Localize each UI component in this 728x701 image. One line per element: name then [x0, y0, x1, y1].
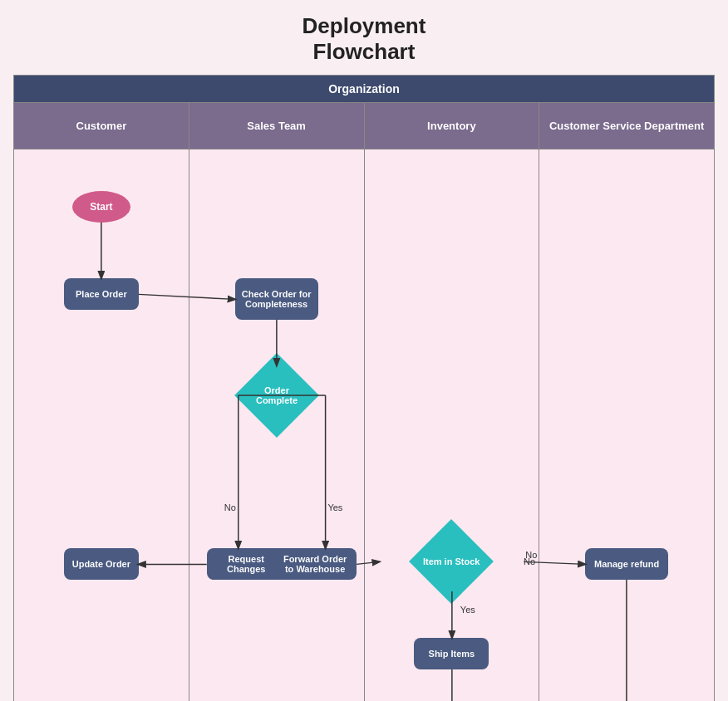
page-title: DeploymentFlowchart — [13, 13, 715, 65]
col-csd: Customer Service Department Manage refun… — [539, 103, 714, 701]
node-item-in-stock: Item in Stock — [409, 519, 494, 604]
arrows-inventory — [365, 150, 539, 701]
col-header-csd: Customer Service Department — [539, 103, 714, 150]
arrows-csd — [539, 150, 714, 701]
label-no-2: No — [524, 556, 535, 566]
col-customer: Customer Start Place Order Update Order — [14, 103, 189, 701]
col-body-sales: Check Order for Completeness Order Compl… — [189, 150, 364, 701]
node-manage-refund: Manage refund — [585, 548, 668, 580]
columns: Customer Start Place Order Update Order — [14, 102, 714, 701]
col-header-sales: Sales Team — [189, 103, 364, 150]
col-sales: Sales Team Check Order for Completeness … — [189, 103, 365, 701]
chart-outer: Organization Customer Start Place Order — [13, 75, 715, 701]
col-header-customer: Customer — [14, 103, 189, 150]
node-update-order: Update Order — [64, 548, 139, 580]
col-body-inventory: Item in Stock Ship Items Order Complete … — [365, 150, 539, 701]
arrows-customer — [14, 150, 189, 701]
col-header-inventory: Inventory — [365, 103, 539, 150]
node-start: Start — [72, 191, 130, 223]
org-header: Organization — [14, 76, 714, 102]
label-no-1: No — [224, 502, 236, 512]
label-yes-1: Yes — [327, 502, 342, 512]
label-yes-2: Yes — [460, 605, 475, 615]
node-ship-items: Ship Items — [414, 638, 489, 669]
col-body-csd: Manage refund Order Cancelled — [539, 150, 714, 701]
col-body-customer: Start Place Order Update Order — [14, 150, 189, 701]
node-order-complete: Order Complete — [234, 353, 319, 438]
node-forward-order: Forward Order to Warehouse — [273, 548, 357, 580]
page: DeploymentFlowchart Organization Custome… — [0, 0, 728, 701]
node-check-order: Check Order for Completeness — [235, 278, 318, 320]
col-inventory: Inventory Item in Stock Ship Items Order… — [365, 103, 540, 701]
node-place-order: Place Order — [64, 278, 139, 310]
